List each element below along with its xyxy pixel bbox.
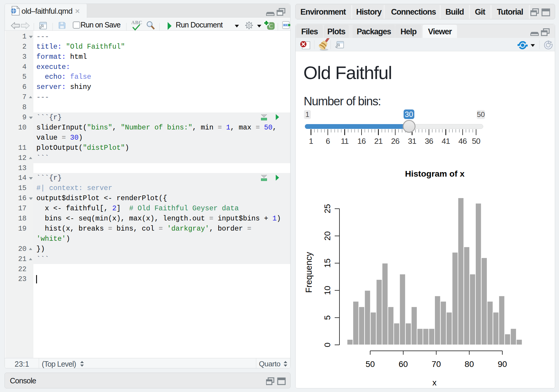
svg-text:50: 50 (365, 359, 375, 369)
svg-text:15: 15 (323, 259, 332, 268)
svg-text:10: 10 (323, 286, 332, 295)
svg-text:80: 80 (465, 359, 474, 369)
svg-text:C: C (269, 23, 273, 29)
svg-text:Histogram of x: Histogram of x (405, 169, 465, 178)
svg-text:Frequency: Frequency (304, 252, 314, 293)
svg-text:25: 25 (323, 204, 332, 213)
svg-text:60: 60 (399, 359, 408, 369)
svg-text:70: 70 (432, 359, 441, 369)
svg-text:0: 0 (323, 342, 332, 347)
svg-text:x: x (433, 378, 437, 387)
svg-text:5: 5 (323, 315, 332, 320)
svg-text:20: 20 (323, 231, 332, 240)
svg-text:90: 90 (498, 359, 507, 369)
